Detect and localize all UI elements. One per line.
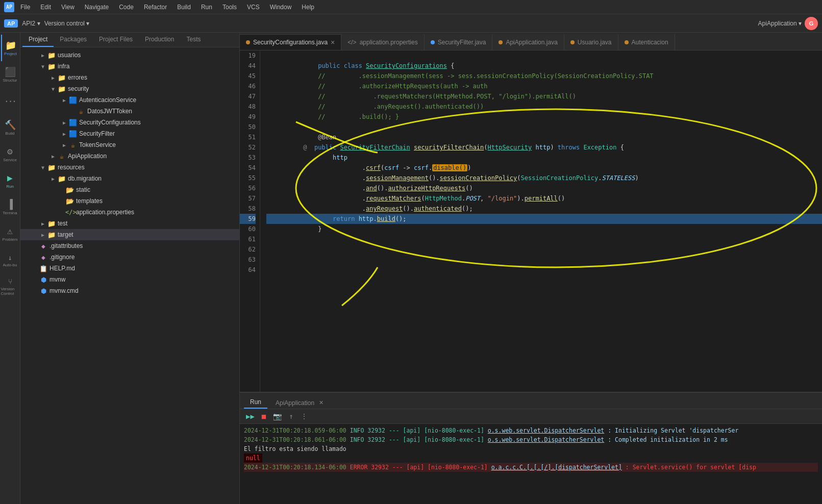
tab-application-properties[interactable]: </> application.properties	[341, 34, 424, 50]
sidebar-build-label: Build	[6, 131, 15, 136]
menu-vcs[interactable]: VCS	[243, 3, 264, 12]
tree-item-static[interactable]: 📂 static	[20, 184, 239, 195]
tree-item-errores[interactable]: ▶ 📁 errores	[20, 72, 239, 83]
type-exc: Exception	[583, 144, 616, 151]
tab-packages[interactable]: Packages	[54, 33, 93, 47]
project-name[interactable]: API2 ▾	[22, 20, 40, 27]
paren-56c: ()	[558, 195, 565, 202]
tree-label-mvnw-cmd: mvnw.cmd	[49, 287, 79, 294]
menu-help[interactable]: Help	[297, 3, 318, 12]
tab-usuario[interactable]: Usuario.java	[564, 34, 618, 50]
tree-item-gitattributes[interactable]: ◆ .gitattributes	[20, 240, 239, 251]
tree-item-db-migration[interactable]: ▶ 📁 db.migration	[20, 173, 239, 184]
api-application-label: ApiApplication ▾	[758, 20, 802, 27]
tab-security-filter[interactable]: SecurityFilter.java	[425, 34, 493, 50]
sidebar-item-build[interactable]: 🔨 Build	[1, 114, 19, 141]
log-line-1: 2024-12-31T00:20:18.059-06:00 INFO 32932…	[244, 426, 818, 435]
menu-file[interactable]: File	[16, 3, 34, 12]
menu-navigate[interactable]: Navigate	[81, 3, 113, 12]
version-control-btn[interactable]: Version control ▾	[44, 20, 90, 27]
code-editor[interactable]: 19 44 45 46 47 48 49 50 51 52 53 54 55 5…	[240, 51, 822, 392]
tab-sc-close[interactable]: ×	[331, 38, 335, 46]
menu-refactor[interactable]: Refactor	[140, 3, 171, 12]
ln-60: 60	[240, 224, 256, 234]
editor-tabs: SecurityConfigurations.java × </> applic…	[240, 33, 822, 51]
tree-label-templates: templates	[76, 197, 103, 205]
tab-api-application[interactable]: ApiApplication.java	[492, 34, 564, 50]
tree-item-templates[interactable]: 📂 templates	[20, 195, 239, 207]
fn-build: build	[377, 215, 395, 222]
tree-item-security-filter[interactable]: ▶ 🟦 SecurityFilter	[20, 128, 239, 139]
bottom-content: 2024-12-31T00:20:18.059-06:00 INFO 32932…	[240, 424, 822, 504]
tab-project-files[interactable]: Project Files	[93, 33, 139, 47]
code-line-61	[266, 234, 822, 244]
java-autenticacion-icon: 🟦	[68, 96, 78, 104]
menu-code[interactable]: Code	[115, 3, 138, 12]
tree-item-autenticacion-service[interactable]: ▶ 🟦 AutenticacionService	[20, 94, 239, 106]
menu-window[interactable]: Window	[266, 3, 296, 12]
bottom-tab-close[interactable]: ×	[319, 398, 323, 407]
tree-label-gitattributes: .gitattributes	[49, 242, 83, 249]
tab-project[interactable]: Project	[22, 33, 54, 47]
scroll-btn[interactable]: ↑	[287, 411, 295, 421]
tree-item-token-service[interactable]: ▶ ☕ TokenService	[20, 139, 239, 150]
sidebar-item-service[interactable]: ⚙ Service	[1, 141, 19, 167]
tree-item-test[interactable]: ▶ 📁 test	[20, 218, 239, 229]
tree-item-resources[interactable]: ▼ 📁 resources	[20, 162, 239, 173]
bottom-tab-api-application[interactable]: ApiApplication ×	[269, 396, 330, 409]
sidebar-item-problems[interactable]: ⚠ Problem	[1, 220, 19, 247]
java-sc-icon: 🟦	[68, 119, 78, 127]
var-http: http	[333, 154, 347, 161]
tab-sf-label: SecurityFilter.java	[438, 39, 486, 46]
menu-build[interactable]: Build	[173, 3, 195, 12]
tree-item-mvnw-cmd[interactable]: ⬢ mvnw.cmd	[20, 285, 239, 296]
tree-item-target[interactable]: ▶ 📁 target	[20, 229, 239, 240]
tree-label-sc: SecurityConfigurations	[79, 119, 141, 126]
tree-item-usuarios[interactable]: ▶ 📁 usuarios	[20, 49, 239, 61]
sidebar-item-project[interactable]: 📁 Project	[1, 35, 19, 61]
tree-item-infra[interactable]: ▼ 📁 infra	[20, 61, 239, 72]
sidebar-item-structure[interactable]: ⬛ Structur	[1, 61, 19, 88]
tab-security-configurations[interactable]: SecurityConfigurations.java ×	[240, 34, 341, 50]
ln-45: 45	[240, 71, 256, 81]
bottom-tab-run[interactable]: Run	[244, 396, 267, 409]
run-btn[interactable]: ▶▶	[244, 411, 257, 421]
folder-icon: 📁	[47, 52, 56, 59]
sidebar-icons: 📁 Project ⬛ Structur ··· 🔨 Build ⚙ Servi…	[0, 33, 20, 504]
tab-autenticacion[interactable]: Autenticacion	[618, 34, 675, 50]
tree-item-help[interactable]: 📋 HELP.md	[20, 263, 239, 274]
tree-item-api-application[interactable]: ▶ ☕ ApiApplication	[20, 150, 239, 162]
menu-edit[interactable]: Edit	[36, 3, 55, 12]
sidebar-item-version-control[interactable]: ⑂ Version Control	[1, 273, 19, 300]
menu-tools[interactable]: Tools	[218, 3, 241, 12]
tree-item-security-config[interactable]: ▶ 🟦 SecurityConfigurations	[20, 117, 239, 128]
sidebar-version-label: Version Control	[1, 287, 19, 296]
log-class-error: o.a.c.c.C.[.[.[/].[dispatcherServlet]	[491, 464, 622, 471]
tree-item-gitignore[interactable]: ◆ .gitignore	[20, 251, 239, 263]
tab-production[interactable]: Production	[139, 33, 180, 47]
sidebar-item-run[interactable]: ▶ Run	[1, 167, 19, 194]
fn-disable: disable()	[432, 164, 467, 171]
expand-test-icon: ▶	[39, 221, 47, 226]
menu-run[interactable]: Run	[197, 3, 216, 12]
comment-44: // .sessionManagement(sess -> sess.sessi…	[303, 72, 653, 80]
sidebar-item-autobuild[interactable]: ↓ Auto-bu	[1, 247, 19, 273]
log-msg-error: : Servlet.service() for servlet [disp	[626, 464, 756, 471]
tree-item-mvnw[interactable]: ⬢ mvnw	[20, 274, 239, 285]
api-application-btn[interactable]: ApiApplication ▾ G	[758, 17, 818, 30]
log-ts-error: 2024-12-31T00:20:18.134-06:00	[244, 464, 346, 471]
screenshot-btn[interactable]: 📷	[271, 411, 284, 421]
sidebar-item-more[interactable]: ···	[1, 88, 19, 114]
indent-54: .	[303, 174, 366, 182]
tree-item-datos-jwt[interactable]: ☕ DatosJWTToken	[20, 106, 239, 117]
sidebar-item-terminal[interactable]: ▐ Termina	[1, 194, 19, 220]
type-sfc: SecurityFilterChain	[340, 144, 410, 151]
more-btn[interactable]: ⋮	[298, 411, 310, 421]
tree-item-security[interactable]: ▼ 📁 security	[20, 83, 239, 94]
stop-btn[interactable]: ■	[260, 411, 268, 421]
menu-view[interactable]: View	[57, 3, 79, 12]
tab-tests[interactable]: Tests	[180, 33, 207, 47]
type-scp: SessionCreationPolicy	[521, 174, 599, 182]
space-51	[410, 144, 414, 151]
tree-item-app-props[interactable]: </> application.properties	[20, 207, 239, 218]
